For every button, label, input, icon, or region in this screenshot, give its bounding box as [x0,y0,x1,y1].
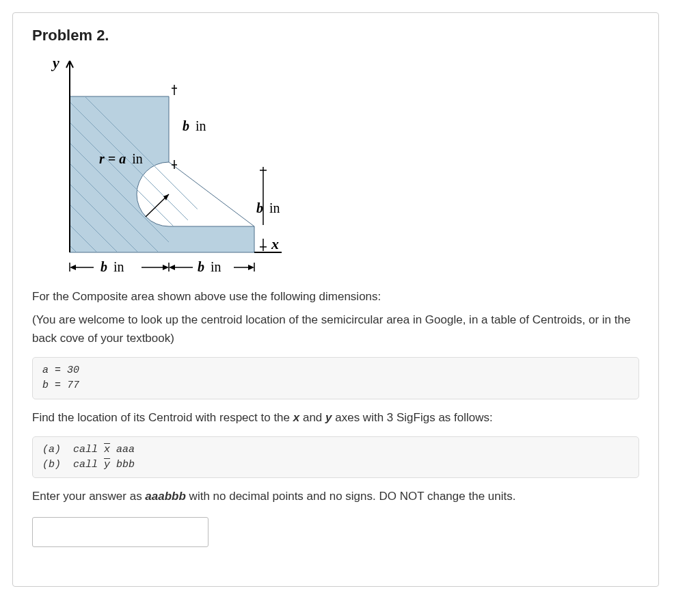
svg-text:b
          in: b in [198,259,221,273]
task-text: Find the location of its Centroid with r… [32,409,639,427]
svg-marker-39 [248,265,254,270]
answer-format-box: (a) call x aaa (b) call y bbb [32,436,639,479]
svg-marker-32 [70,265,76,270]
problem-card: Problem 2. [12,12,659,587]
svg-line-0 [169,162,254,226]
problem-title: Problem 2. [32,27,639,44]
submit-instruction: Enter your answer as aaabbb with no deci… [32,488,639,505]
x-axis-label: x [271,235,279,252]
problem-figure: y x b in r = a [32,54,639,276]
svg-text:b
          in: b in [100,259,124,273]
answer-input[interactable] [32,517,208,547]
svg-text:b
          in: b in [183,118,206,133]
svg-text:r = a
          in: r = a in [99,151,143,166]
intro-text: For the Composite area shown above use t… [32,288,639,306]
given-values-box: a = 30 b = 77 [32,357,639,399]
note-text: (You are welcome to look up the centroid… [32,311,639,347]
svg-text:b
          in: b in [256,200,280,215]
svg-marker-37 [169,265,175,270]
svg-marker-34 [163,265,169,270]
svg-marker-21 [163,194,169,200]
y-axis-label: y [51,54,59,71]
